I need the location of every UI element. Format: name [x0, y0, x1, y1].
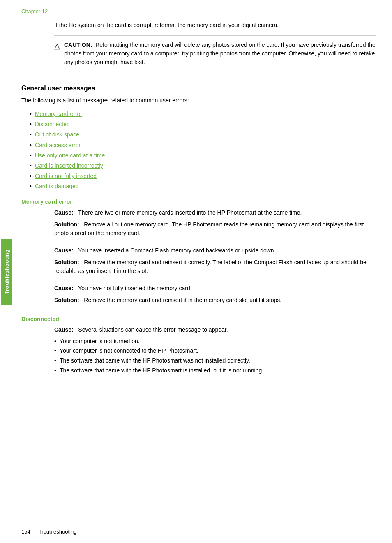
disconnected-bullet-3: The software that came with the HP Photo…: [54, 356, 376, 366]
cause-1-label: Cause:: [54, 209, 74, 216]
caution-box: △ CAUTION: Reformatting the memory card …: [54, 35, 376, 72]
solution-3: Solution: Remove the memory card and rei…: [54, 296, 376, 305]
main-content: Chapter 12 If the file system on the car…: [13, 0, 392, 543]
solution-2-label: Solution:: [54, 259, 79, 266]
link-disconnected[interactable]: Disconnected: [35, 119, 70, 129]
list-item: Memory card error: [30, 109, 376, 119]
cause-3: Cause: You have not fully inserted the m…: [54, 284, 376, 293]
disconnected-bullets: Your computer is not turned on. Your com…: [54, 337, 376, 376]
general-user-messages-intro: The following is a list of messages rela…: [21, 96, 376, 105]
caution-body: Reformatting the memory card will delete…: [64, 42, 376, 65]
link-memory-card-error[interactable]: Memory card error: [35, 109, 82, 119]
list-item: Disconnected: [30, 119, 376, 129]
cause-solution-block-1: Cause: There are two or more memory card…: [54, 208, 376, 238]
solution-1: Solution: Remove all but one memory card…: [54, 220, 376, 238]
list-item: Card access error: [30, 140, 376, 150]
link-card-damaged[interactable]: Card is damaged: [35, 181, 79, 192]
footer-label: Troubleshooting: [39, 529, 77, 535]
general-user-messages-list: Memory card error Disconnected Out of di…: [30, 109, 376, 192]
disconnected-heading: Disconnected: [21, 316, 376, 322]
link-card-access-error[interactable]: Card access error: [35, 140, 81, 150]
disconnected-cause-text: Several situations can cause this error …: [78, 326, 228, 333]
section-divider-middle: [21, 309, 376, 309]
intro-paragraph: If the file system on the card is corrup…: [54, 21, 376, 30]
cause-2-label: Cause:: [54, 247, 74, 254]
disconnected-bullet-1: Your computer is not turned on.: [54, 337, 376, 347]
link-card-not-fully-inserted[interactable]: Card is not fully inserted: [35, 171, 97, 181]
list-item: Out of disk space: [30, 129, 376, 140]
list-item: Use only one card at a time: [30, 150, 376, 161]
sidebar: Troubleshooting: [0, 0, 13, 543]
link-out-of-disk-space[interactable]: Out of disk space: [35, 129, 79, 140]
section-divider-top: [21, 76, 376, 76]
caution-icon: △: [54, 41, 60, 52]
list-item: Card is inserted incorrectly: [30, 161, 376, 171]
cause-1: Cause: There are two or more memory card…: [54, 208, 376, 217]
disconnected-cause: Cause: Several situations can cause this…: [54, 326, 376, 334]
chapter-label: Chapter 12: [21, 8, 376, 14]
solution-1-label: Solution:: [54, 221, 79, 228]
caution-label: CAUTION:: [64, 42, 92, 48]
memory-card-error-content: Cause: There are two or more memory card…: [54, 208, 376, 305]
disconnected-cause-label: Cause:: [54, 326, 74, 333]
disconnected-bullet-4: The software that came with the HP Photo…: [54, 366, 376, 376]
block-divider-2: [54, 280, 376, 280]
cause-2: Cause: You have inserted a Compact Flash…: [54, 246, 376, 255]
sidebar-tab: Troubleshooting: [1, 239, 12, 305]
link-use-only-one-card[interactable]: Use only one card at a time: [35, 150, 105, 161]
page-number: 154: [21, 529, 30, 535]
general-user-messages-section: General user messages The following is a…: [21, 85, 376, 192]
block-divider-1: [54, 242, 376, 242]
memory-card-error-section: Memory card error Cause: There are two o…: [21, 199, 376, 305]
solution-3-label: Solution:: [54, 297, 79, 303]
memory-card-error-heading: Memory card error: [21, 199, 376, 205]
caution-text: CAUTION: Reformatting the memory card wi…: [64, 41, 376, 67]
list-item: Card is damaged: [30, 181, 376, 192]
link-card-inserted-incorrectly[interactable]: Card is inserted incorrectly: [35, 161, 103, 171]
general-user-messages-heading: General user messages: [21, 85, 376, 92]
solution-2: Solution: Remove the memory card and rei…: [54, 258, 376, 275]
cause-solution-block-3: Cause: You have not fully inserted the m…: [54, 284, 376, 305]
list-item: Card is not fully inserted: [30, 171, 376, 181]
page-footer: 154 Troubleshooting: [21, 529, 376, 535]
disconnected-bullet-2: Your computer is not connected to the HP…: [54, 346, 376, 356]
cause-solution-block-2: Cause: You have inserted a Compact Flash…: [54, 246, 376, 275]
cause-3-label: Cause:: [54, 285, 74, 291]
disconnected-content: Cause: Several situations can cause this…: [54, 326, 376, 376]
disconnected-section: Disconnected Cause: Several situations c…: [21, 316, 376, 376]
